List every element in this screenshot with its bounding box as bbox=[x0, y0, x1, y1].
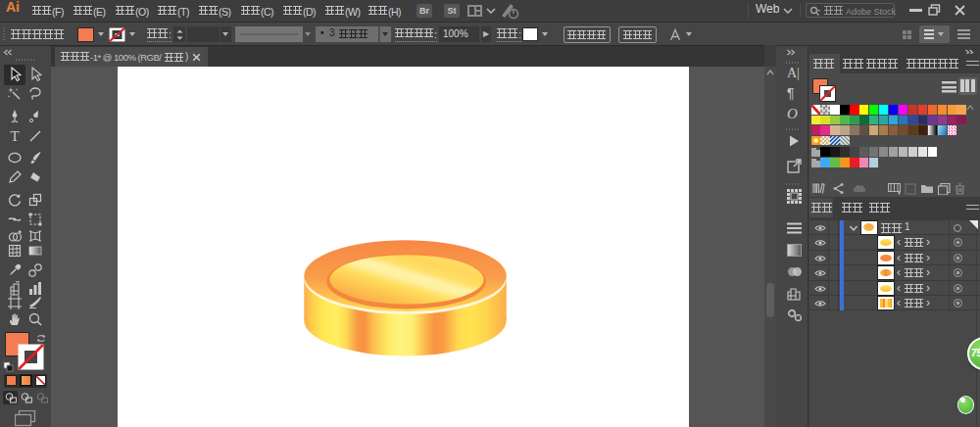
svg-text:T: T bbox=[10, 128, 19, 144]
